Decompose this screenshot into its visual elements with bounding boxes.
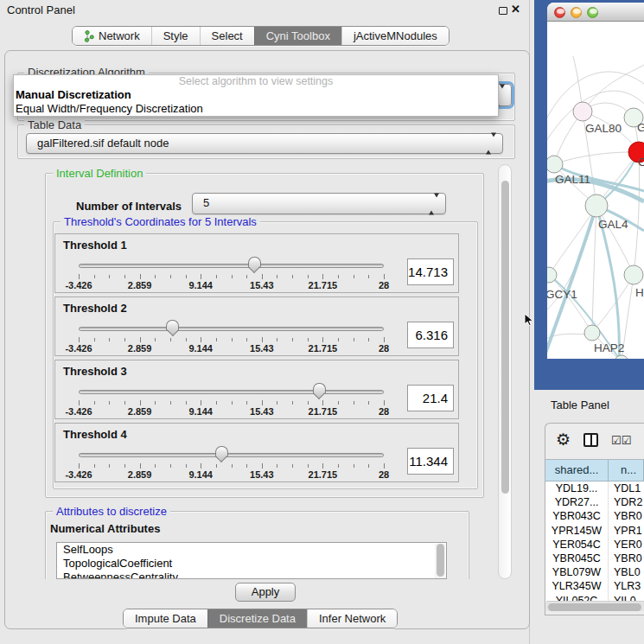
algorithm-option-manual[interactable]: Manual Discretization	[14, 88, 498, 102]
network-edge[interactable]	[592, 206, 596, 333]
threshold-value-field[interactable]: 14.713	[407, 258, 454, 285]
network-edge[interactable]	[549, 206, 596, 275]
threshold-slider[interactable]: -3.4262.8599.14415.4321.71528	[79, 360, 384, 420]
threshold-slider[interactable]: -3.4262.8599.14415.4321.71528	[79, 424, 384, 483]
table-row[interactable]: YBR043CYBR0	[545, 509, 644, 523]
cell-name[interactable]: YBR0	[609, 552, 644, 565]
attribute-list-item[interactable]: BetweennessCentrality	[57, 571, 446, 579]
tick-mark	[109, 338, 110, 341]
table-row[interactable]: YLR345WYLR3	[545, 579, 644, 593]
cell-shared-name[interactable]: YBR043C	[545, 509, 609, 523]
table-row[interactable]: YDR27...YDR2	[545, 495, 644, 509]
cell-name[interactable]: YDR2	[609, 495, 644, 509]
tab-style[interactable]: Style	[151, 27, 200, 45]
apply-button[interactable]: Apply	[235, 583, 296, 602]
network-edge[interactable]	[596, 206, 634, 275]
network-node-gal80[interactable]	[573, 102, 592, 121]
table-data-combobox[interactable]: galFiltered.sif default node	[26, 133, 503, 154]
column-header-name[interactable]: n...	[609, 460, 644, 481]
cell-name[interactable]: YBR0	[609, 509, 644, 523]
tab-infer-network[interactable]: Infer Network	[307, 609, 397, 628]
cell-shared-name[interactable]: YBL079W	[545, 565, 609, 579]
tab-discretize-data[interactable]: Discretize Data	[207, 609, 307, 628]
network-edge[interactable]	[554, 152, 639, 164]
slider-handle[interactable]	[215, 446, 228, 456]
network-node-gal11[interactable]	[547, 156, 563, 173]
table-row[interactable]: YBR045CYBR0	[545, 552, 644, 565]
scrollbar-thumb[interactable]	[437, 544, 444, 577]
tick-label: -3.426	[65, 343, 92, 354]
network-node-hap2[interactable]	[584, 325, 600, 341]
cell-shared-name[interactable]: YLR345W	[545, 579, 609, 593]
cell-name[interactable]: YLR3	[609, 579, 644, 593]
threshold-slider[interactable]: -3.4262.8599.14415.4321.71528	[79, 297, 384, 357]
tick-mark	[216, 464, 217, 468]
slider-handle[interactable]	[248, 257, 261, 267]
float-window-icon[interactable]	[499, 7, 507, 15]
minimize-traffic-light-icon[interactable]	[571, 7, 582, 18]
tick-mark	[94, 401, 95, 405]
number-of-intervals-value: 5	[203, 194, 209, 213]
attribute-list-item[interactable]: SelfLoops	[57, 543, 446, 557]
cell-shared-name[interactable]: YDL19...	[545, 481, 609, 495]
threshold-slider[interactable]: -3.4262.8599.14415.4321.71528	[79, 234, 384, 294]
tick-mark	[384, 400, 385, 405]
number-of-intervals-combobox[interactable]: 5	[192, 193, 446, 214]
slider-handle[interactable]	[313, 383, 326, 393]
tick-mark	[246, 275, 247, 278]
network-node-h[interactable]	[624, 265, 643, 284]
tick-mark	[170, 275, 171, 278]
tab-select[interactable]: Select	[200, 27, 254, 45]
table-row[interactable]: YDL19...YDL1	[545, 481, 644, 495]
cell-shared-name[interactable]: YER054C	[545, 538, 609, 552]
cell-name[interactable]: YDL1	[609, 481, 644, 495]
cell-name[interactable]: YER0	[609, 538, 644, 552]
network-view-window: GAL80GACGAL11GAL4GCY1HHAP2	[547, 3, 644, 359]
algorithm-option-equal-width[interactable]: Equal Width/Frequency Discretization	[14, 102, 498, 116]
tab-network[interactable]: Network	[73, 27, 151, 45]
table-horizontal-scrollbar[interactable]	[546, 601, 644, 611]
table-data-group-title: Table Data	[24, 118, 85, 131]
close-traffic-light-icon[interactable]	[554, 7, 565, 18]
attributes-list-scrollbar[interactable]	[435, 544, 445, 579]
network-node-gal4[interactable]	[585, 194, 608, 217]
threshold-value-field[interactable]: 6.316	[407, 322, 454, 348]
table-row[interactable]: YBL079WYBL0	[545, 565, 644, 579]
columns-icon[interactable]	[583, 433, 598, 447]
close-icon[interactable]: ✕	[511, 3, 520, 16]
tick-label: 15.43	[250, 406, 274, 417]
network-edge[interactable]	[634, 152, 640, 275]
cell-shared-name[interactable]: YDR27...	[545, 495, 609, 509]
column-header-shared-name[interactable]: shared...	[545, 460, 609, 481]
table-toolbar: ⚙ ☑☑	[545, 424, 644, 459]
slider-track[interactable]	[79, 390, 384, 394]
cell-shared-name[interactable]: YPR145W	[545, 524, 609, 538]
tick-label: 28	[379, 343, 389, 354]
gear-icon[interactable]: ⚙	[556, 431, 571, 449]
table-row[interactable]: YER054CYER0	[545, 538, 644, 552]
table-row[interactable]: YPR145WYPR1	[545, 524, 644, 538]
attribute-list-item[interactable]: TopologicalCoefficient	[57, 557, 446, 571]
scrollbar-thumb[interactable]	[501, 181, 509, 494]
slider-track[interactable]	[79, 327, 384, 331]
zoom-traffic-light-icon[interactable]	[587, 7, 598, 18]
scrollbar-thumb[interactable]	[548, 603, 641, 611]
threshold-value-field[interactable]: 21.4	[407, 385, 454, 411]
tick-mark	[338, 464, 339, 468]
tab-jactivemnodules[interactable]: jActiveMNodules	[341, 27, 449, 45]
slider-track[interactable]	[79, 264, 384, 268]
tick-mark	[201, 337, 201, 342]
numerical-attributes-list[interactable]: SelfLoopsTopologicalCoefficientBetweenne…	[56, 542, 447, 579]
network-window-titlebar[interactable]	[547, 3, 644, 22]
settings-vertical-scrollbar[interactable]	[498, 164, 512, 579]
slider-handle[interactable]	[166, 320, 179, 330]
cell-name[interactable]: YPR1	[609, 524, 644, 538]
threshold-value-field[interactable]: 11.344	[407, 448, 454, 475]
tab-cyni-toolbox[interactable]: Cyni Toolbox	[254, 27, 341, 45]
cell-shared-name[interactable]: YBR045C	[545, 552, 609, 565]
tab-impute-data[interactable]: Impute Data	[124, 609, 207, 628]
network-graph-canvas[interactable]: GAL80GACGAL11GAL4GCY1HHAP2	[547, 22, 644, 359]
cell-name[interactable]: YBL0	[609, 565, 644, 579]
select-columns-checkboxes-icon[interactable]: ☑☑	[611, 434, 631, 447]
slider-track[interactable]	[79, 453, 384, 457]
